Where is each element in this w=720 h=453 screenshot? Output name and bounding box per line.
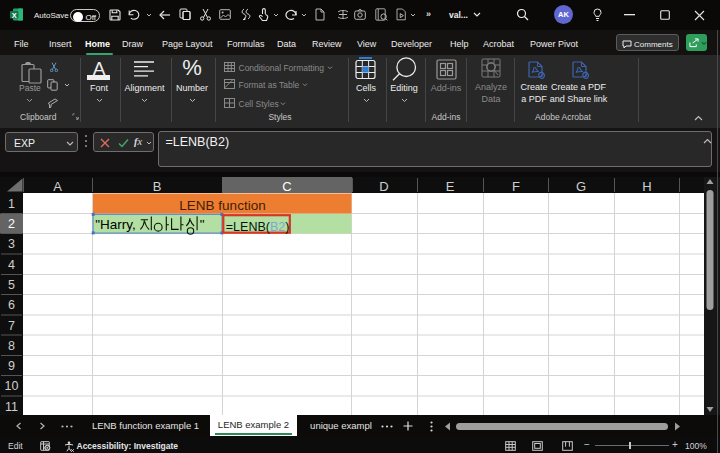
- svg-text:"Harry,: "Harry,: [95, 217, 136, 232]
- svg-text:1: 1: [8, 197, 15, 211]
- svg-text:=LENB(B2): =LENB(B2): [226, 220, 290, 234]
- svg-text:D: D: [379, 179, 388, 194]
- svg-text:7: 7: [8, 319, 15, 333]
- svg-text:B: B: [153, 179, 162, 194]
- svg-text:F: F: [512, 179, 520, 194]
- svg-text:C: C: [282, 179, 291, 194]
- svg-text:9: 9: [8, 359, 15, 373]
- svg-text:6: 6: [8, 298, 15, 312]
- svg-text:4: 4: [8, 258, 15, 272]
- svg-text:H: H: [642, 179, 651, 194]
- svg-text:": ": [200, 217, 205, 232]
- svg-text:A: A: [53, 179, 62, 194]
- svg-text:11: 11: [5, 400, 18, 414]
- svg-text:5: 5: [8, 278, 15, 292]
- svg-text:X: X: [12, 10, 17, 19]
- svg-text:G: G: [576, 179, 586, 194]
- svg-text:10: 10: [5, 379, 19, 393]
- svg-text:2: 2: [8, 217, 15, 231]
- svg-text:LENB function: LENB function: [179, 198, 265, 213]
- svg-text:E: E: [446, 179, 455, 194]
- svg-text:3: 3: [8, 237, 15, 251]
- svg-text:8: 8: [8, 339, 15, 353]
